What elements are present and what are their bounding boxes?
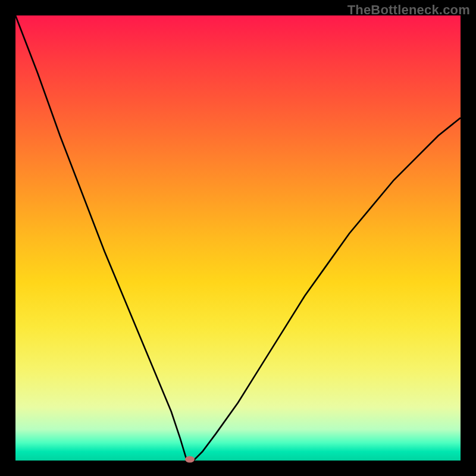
optimum-marker (185, 456, 195, 463)
plot-area (15, 15, 461, 461)
bottleneck-curve (15, 15, 461, 461)
chart-container: TheBottleneck.com (0, 0, 476, 476)
